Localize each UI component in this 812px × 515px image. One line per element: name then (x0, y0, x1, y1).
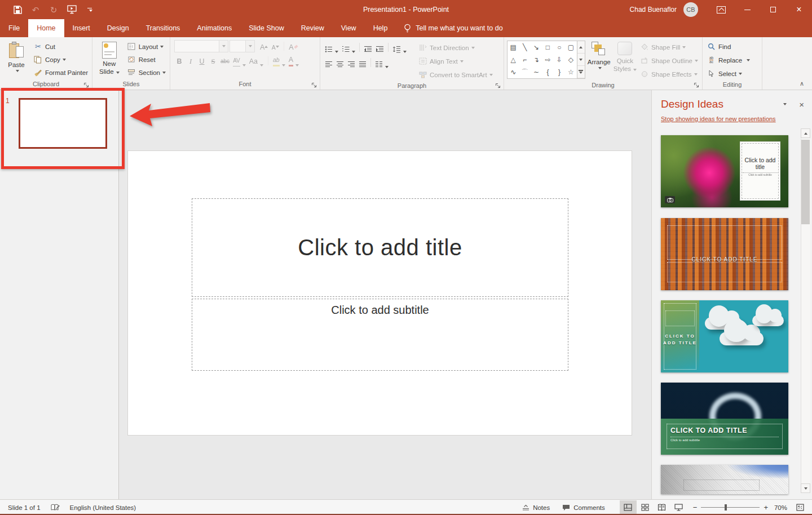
select-button[interactable]: Select (704, 67, 752, 80)
start-from-beginning-icon[interactable] (67, 5, 77, 15)
zoom-out-button[interactable]: − (693, 503, 698, 512)
shape-line-icon[interactable]: ╲ (519, 42, 530, 53)
layout-button[interactable]: Layout (125, 40, 168, 53)
tab-animations[interactable]: Animations (188, 19, 240, 37)
align-text-button[interactable]: Align Text (416, 55, 495, 68)
zoom-slider[interactable] (701, 507, 760, 508)
design-idea-card-3[interactable]: CLICK TOADD TITLE (661, 300, 788, 372)
design-idea-card-4[interactable]: CLICK TO ADD TITLE Click to add subtitle (661, 383, 788, 455)
shape-gallery-down-button[interactable] (577, 54, 585, 66)
find-button[interactable]: Find (704, 40, 752, 53)
shape-fill-button[interactable]: Shape Fill (637, 41, 700, 54)
shape-rectangle-icon[interactable]: □ (542, 42, 553, 53)
slide-sorter-view-button[interactable] (637, 500, 654, 515)
shape-triangle-icon[interactable]: △ (508, 54, 519, 65)
justify-button[interactable] (358, 56, 368, 68)
shape-arc-icon[interactable]: ⌒ (519, 66, 530, 78)
normal-view-button[interactable] (620, 500, 637, 515)
fit-slide-to-window-button[interactable] (792, 500, 809, 515)
slide-editing-surface[interactable]: Click to add title Click to add subtitle (128, 151, 632, 435)
ribbon-display-options-icon[interactable] (708, 0, 734, 19)
reset-button[interactable]: Reset (125, 53, 168, 66)
copy-button[interactable]: Copy (31, 53, 90, 66)
align-center-button[interactable] (335, 56, 345, 68)
design-idea-card-2[interactable]: CLICK TO ADD TITLE (661, 218, 788, 290)
collapse-ribbon-button[interactable]: ∧ (800, 80, 804, 87)
italic-button[interactable]: I (186, 55, 196, 66)
strikethrough-button[interactable]: S (208, 55, 218, 66)
align-right-button[interactable] (346, 56, 356, 68)
font-color-button[interactable]: A (288, 55, 300, 66)
change-case-button[interactable]: Aa (248, 55, 264, 66)
minimize-button[interactable] (734, 0, 760, 19)
shape-star-icon[interactable]: ☆ (565, 66, 576, 78)
close-button[interactable]: × (786, 0, 812, 19)
tab-transitions[interactable]: Transitions (138, 19, 189, 37)
shape-right-brace-icon[interactable]: } (554, 66, 565, 78)
notes-button[interactable]: Notes (522, 504, 550, 511)
tell-me-box[interactable]: Tell me what you want to do (396, 19, 510, 37)
numbering-button[interactable] (341, 41, 356, 53)
zoom-in-button[interactable]: + (764, 503, 768, 512)
design-scrollbar-up-button[interactable] (801, 128, 810, 138)
columns-button[interactable] (374, 56, 390, 68)
clear-formatting-button[interactable]: A (288, 41, 299, 52)
shape-effects-button[interactable]: Shape Effects (637, 68, 700, 81)
section-button[interactable]: Section (125, 66, 168, 79)
shape-elbow-arrow-icon[interactable]: ↴ (531, 54, 542, 65)
avatar[interactable]: CB (683, 2, 698, 17)
slide-indicator[interactable]: Slide 1 of 1 (8, 504, 41, 511)
spellcheck-icon[interactable] (51, 504, 60, 512)
shape-oval-icon[interactable]: ○ (554, 42, 565, 53)
bold-button[interactable]: B (174, 55, 184, 66)
tab-file[interactable]: File (0, 19, 28, 37)
drawing-dialog-launcher[interactable] (693, 82, 700, 88)
undo-icon[interactable]: ↶ (30, 5, 41, 15)
shape-freeform-icon[interactable]: ◇ (565, 54, 576, 65)
grow-font-button[interactable]: A (259, 41, 269, 52)
text-highlight-button[interactable]: ab (272, 55, 286, 66)
stop-showing-ideas-link[interactable]: Stop showing ideas for new presentations (661, 116, 803, 122)
paragraph-dialog-launcher[interactable] (495, 82, 501, 89)
format-painter-button[interactable]: Format Painter (31, 66, 90, 79)
tab-view[interactable]: View (333, 19, 365, 37)
tab-home[interactable]: Home (28, 19, 64, 37)
zoom-level[interactable]: 70% (768, 504, 787, 511)
font-size-combobox[interactable] (230, 40, 255, 52)
bullets-button[interactable] (324, 41, 339, 53)
paste-button[interactable]: Paste (2, 39, 31, 79)
maximize-button[interactable] (760, 0, 786, 19)
shape-curve-icon[interactable]: ∼ (531, 66, 542, 78)
font-name-combobox[interactable] (174, 40, 228, 52)
new-slide-button[interactable]: New Slide (94, 39, 125, 79)
shrink-font-button[interactable]: A (270, 41, 280, 52)
comments-button[interactable]: Comments (562, 504, 605, 511)
shape-scribble-icon[interactable]: ∿ (508, 66, 519, 78)
shape-gallery-more-button[interactable] (577, 66, 585, 78)
design-idea-card-1[interactable]: Click to add title Click to add subtitle (661, 135, 788, 207)
slide-show-view-button[interactable] (670, 500, 687, 515)
shape-left-brace-icon[interactable]: { (542, 66, 553, 78)
replace-button[interactable]: abac Replace (704, 54, 752, 66)
convert-to-smartart-button[interactable]: Convert to SmartArt (416, 68, 495, 81)
design-ideas-menu-icon[interactable] (783, 103, 787, 105)
arrange-button[interactable]: Arrange (585, 39, 613, 81)
shape-gallery-up-button[interactable] (577, 41, 585, 54)
text-direction-button[interactable]: Text Direction (416, 41, 495, 54)
tab-review[interactable]: Review (293, 19, 333, 37)
align-left-button[interactable] (324, 56, 334, 68)
shape-gallery[interactable]: ▤ ╲ ↘ □ ○ ▢ △ ⌐ ↴ ⇨ ⇩ ◇ ∿ ⌒ ∼ { } ☆ (507, 41, 577, 79)
shape-elbow-icon[interactable]: ⌐ (519, 54, 530, 65)
underline-button[interactable]: U (197, 55, 207, 66)
decrease-indent-button[interactable] (363, 41, 373, 53)
zoom-slider-thumb[interactable] (725, 504, 727, 510)
shape-down-arrow-icon[interactable]: ⇩ (554, 54, 565, 65)
design-scrollbar-thumb[interactable] (801, 140, 810, 224)
tab-slide-show[interactable]: Slide Show (240, 19, 293, 37)
line-spacing-button[interactable] (391, 41, 408, 53)
shape-rounded-rectangle-icon[interactable]: ▢ (565, 42, 576, 53)
shape-text-box-icon[interactable]: ▤ (508, 42, 519, 53)
tab-help[interactable]: Help (365, 19, 396, 37)
quick-styles-button[interactable]: Quick Styles (613, 39, 637, 81)
shape-right-arrow-icon[interactable]: ⇨ (542, 54, 553, 65)
